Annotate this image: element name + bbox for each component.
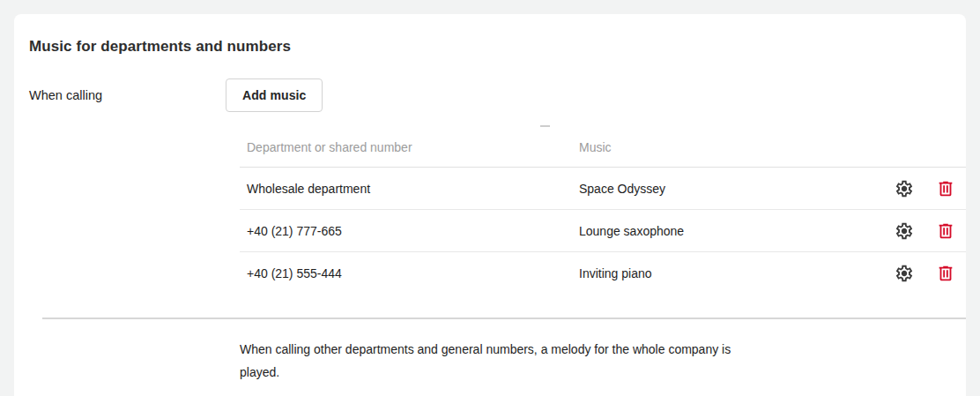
page-background: Music for departments and numbers When c… [0, 0, 980, 396]
table-row: Wholesale department Space Odyssey [240, 168, 966, 210]
department-cell: +40 (21) 777-665 [240, 224, 572, 238]
music-cell: Lounge saxophone [572, 224, 895, 238]
row-delete-button[interactable] [936, 264, 955, 283]
table-header-row: Department or shared number Music [240, 128, 966, 168]
when-calling-label: When calling [29, 88, 226, 102]
trash-icon [936, 264, 955, 283]
row-settings-button[interactable] [895, 264, 914, 283]
department-cell: Wholesale department [240, 182, 572, 196]
divider-dash [540, 125, 550, 127]
music-cell: Inviting piano [572, 266, 895, 280]
row-settings-button[interactable] [895, 221, 914, 241]
settings-gear-icon [895, 221, 914, 241]
section-divider [42, 318, 966, 319]
trash-icon [936, 179, 955, 198]
column-header-department: Department or shared number [240, 140, 572, 154]
row-delete-button[interactable] [936, 179, 955, 198]
settings-gear-icon [895, 179, 914, 198]
when-calling-row: When calling Add music [28, 78, 952, 112]
trash-icon [936, 221, 955, 241]
row-actions [895, 179, 966, 198]
department-cell: +40 (21) 555-444 [240, 266, 572, 280]
settings-gear-icon [895, 264, 914, 283]
row-delete-button[interactable] [936, 221, 955, 241]
row-actions [895, 221, 966, 241]
settings-card: Music for departments and numbers When c… [14, 14, 966, 396]
music-table: Department or shared number Music Wholes… [240, 128, 966, 295]
table-row: +40 (21) 555-444 Inviting piano [240, 252, 966, 295]
table-row: +40 (21) 777-665 Lounge saxophone [240, 210, 966, 252]
page-title: Music for departments and numbers [29, 38, 952, 56]
add-music-button[interactable]: Add music [226, 78, 323, 112]
row-settings-button[interactable] [895, 179, 914, 198]
music-cell: Space Odyssey [572, 182, 895, 196]
note-text: When calling other departments and gener… [240, 338, 751, 384]
column-header-music: Music [572, 140, 966, 154]
row-actions [895, 264, 966, 283]
